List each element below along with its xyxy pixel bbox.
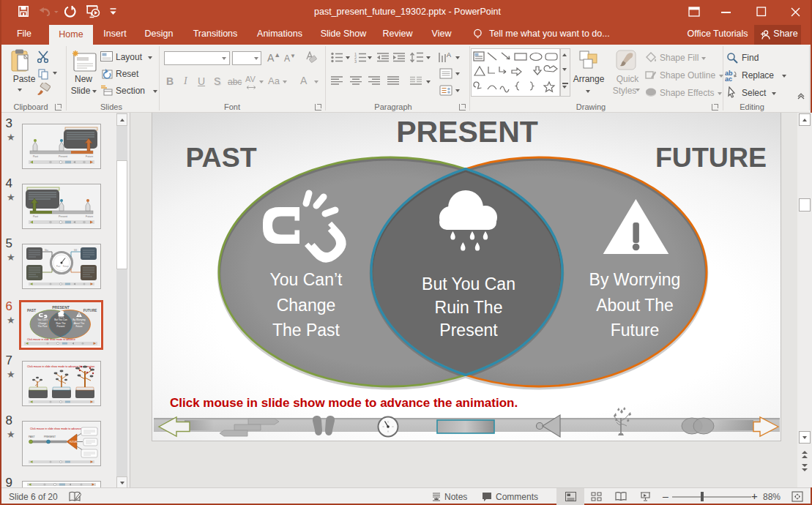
svg-text:About The: About The [596, 296, 674, 315]
svg-text:Present: Present [439, 321, 498, 340]
svg-text:ac: ac [725, 75, 732, 81]
svg-text:Click mouse in slide show mode: Click mouse in slide show mode to advanc… [27, 338, 75, 341]
svg-text:By Worrying: By Worrying [72, 318, 86, 321]
svg-text:By Worrying: By Worrying [589, 270, 681, 289]
svg-text:Present: Present [57, 325, 65, 328]
svg-text:But You Can: But You Can [422, 274, 515, 293]
svg-text:Click mouse in slide show mode: Click mouse in slide show mode to advanc… [170, 396, 518, 410]
svg-text:Future: Future [75, 325, 82, 328]
svg-text:Future: Future [611, 321, 659, 340]
svg-text:The Past: The Past [272, 321, 340, 340]
svg-text:Was: Was [45, 249, 49, 252]
svg-text:You Can't: You Can't [37, 318, 48, 321]
svg-text:But You Can: But You Can [54, 318, 67, 321]
svg-text:PAST: PAST [29, 435, 35, 438]
svg-text:Past: Past [33, 155, 38, 158]
svg-text:Change: Change [277, 296, 336, 315]
svg-text:Ruin The: Ruin The [56, 322, 66, 325]
svg-text:Future: Future [86, 215, 93, 218]
svg-text:The Past: The Past [38, 325, 48, 328]
svg-text:3: 3 [354, 59, 357, 63]
svg-text:Past: Past [33, 215, 38, 218]
svg-text:Future: Future [86, 155, 93, 158]
svg-text:Will: Will [74, 249, 78, 252]
svg-text:PAST: PAST [185, 142, 256, 173]
svg-text:FUTURE: FUTURE [70, 441, 78, 444]
svg-text:Present: Present [59, 215, 67, 218]
svg-text:A: A [447, 51, 451, 59]
svg-text:Future: Future [63, 265, 69, 268]
svg-text:FUTURE: FUTURE [655, 142, 767, 173]
svg-text:PAST: PAST [27, 309, 36, 313]
svg-text:Ruin The: Ruin The [435, 298, 503, 317]
svg-text:FUTURE: FUTURE [83, 309, 97, 313]
svg-text:PRESENT: PRESENT [44, 435, 56, 438]
svg-text:You Can’t: You Can’t [270, 270, 343, 289]
svg-text:PRESENT: PRESENT [396, 115, 538, 149]
svg-text:PRESENT: PRESENT [52, 305, 70, 310]
svg-text:Change: Change [38, 322, 46, 325]
svg-text:Present: Present [59, 155, 67, 158]
svg-text:About The: About The [74, 322, 85, 325]
svg-text:Past: Past [56, 265, 60, 268]
